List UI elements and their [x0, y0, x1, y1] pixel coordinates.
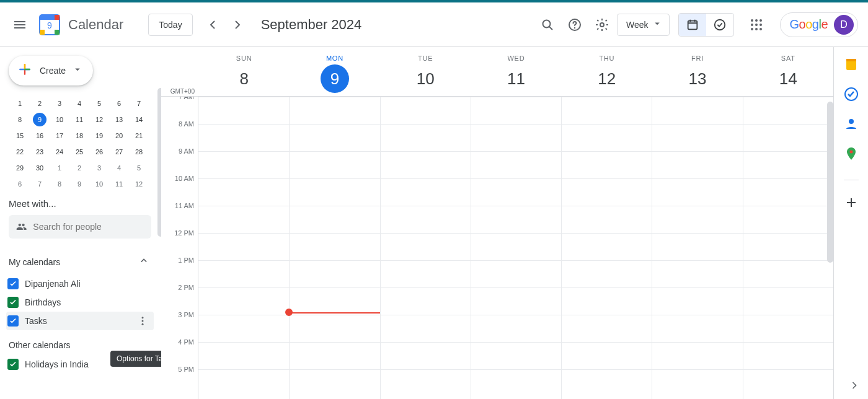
day-header[interactable]: MON9	[289, 47, 379, 96]
mini-day-cell[interactable]: 26	[89, 144, 109, 160]
mini-day-cell[interactable]: 13	[109, 112, 129, 128]
mini-calendar[interactable]: 1234567891011121314151617181920212223242…	[10, 95, 150, 192]
mini-day-cell[interactable]: 2	[69, 160, 89, 176]
mini-day-cell[interactable]: 22	[10, 144, 30, 160]
svg-point-20	[760, 28, 762, 30]
hour-label: 1 PM	[178, 256, 194, 264]
mini-day-cell[interactable]: 27	[109, 144, 129, 160]
week-header: GMT+00 SUN8MON9TUE10WED11THU12FRI13SAT14	[161, 47, 833, 97]
mini-day-cell[interactable]: 9	[69, 176, 89, 192]
day-header[interactable]: THU12	[561, 47, 652, 96]
account-chip[interactable]: Google D	[780, 12, 858, 37]
hour-gridline	[198, 315, 833, 315]
mini-day-cell[interactable]: 6	[10, 176, 30, 192]
mini-day-cell[interactable]: 7	[129, 95, 149, 112]
mini-day-cell[interactable]: 2	[30, 95, 50, 112]
app-title: Calendar	[68, 17, 123, 33]
hour-gridline	[198, 260, 833, 261]
mini-day-cell[interactable]: 5	[89, 95, 109, 112]
mini-day-cell[interactable]: 8	[50, 176, 69, 192]
my-calendars-toggle[interactable]: My calendars	[6, 250, 154, 274]
mini-day-cell[interactable]: 5	[129, 160, 149, 176]
mini-day-cell[interactable]: 8	[10, 112, 30, 128]
scrollbar-thumb[interactable]	[827, 102, 833, 263]
mini-day-cell[interactable]: 10	[89, 176, 109, 192]
mini-day-cell[interactable]: 12	[129, 176, 149, 192]
mini-day-cell[interactable]: 18	[69, 128, 89, 144]
mini-day-cell[interactable]: 3	[50, 95, 69, 112]
svg-point-17	[760, 24, 762, 26]
day-header[interactable]: SUN8	[198, 47, 289, 96]
hour-gridline	[198, 369, 833, 370]
collapse-side-panel-button[interactable]	[848, 379, 861, 394]
mini-day-cell[interactable]: 6	[109, 95, 129, 112]
calendar-list-item[interactable]: Birthdays	[6, 293, 154, 312]
mini-day-cell[interactable]: 30	[30, 160, 50, 176]
google-wordmark-icon: Google	[789, 17, 828, 32]
calendar-list-item[interactable]: Dipanjenah Ali	[6, 274, 154, 293]
day-header[interactable]: TUE10	[380, 47, 471, 96]
mini-day-cell[interactable]: 14	[129, 112, 149, 128]
day-columns[interactable]	[198, 97, 833, 399]
tasks-app-icon[interactable]	[844, 87, 859, 102]
settings-button[interactable]	[590, 12, 614, 37]
mini-day-cell[interactable]: 21	[129, 128, 149, 144]
mini-day-cell[interactable]: 11	[69, 112, 89, 128]
mini-day-cell[interactable]: 28	[129, 144, 149, 160]
mini-day-cell[interactable]: 20	[109, 128, 129, 144]
google-apps-button[interactable]	[744, 12, 769, 37]
create-button[interactable]: Create	[9, 56, 93, 86]
mini-day-cell[interactable]: 19	[89, 128, 109, 144]
calendar-options-button[interactable]	[135, 314, 150, 328]
day-of-week-label: SUN	[199, 55, 289, 62]
day-header[interactable]: FRI13	[652, 47, 742, 96]
mini-day-cell[interactable]: 17	[50, 128, 69, 144]
mini-day-cell[interactable]: 23	[30, 144, 50, 160]
mini-day-cell[interactable]: 1	[10, 95, 30, 112]
mini-day-cell[interactable]: 9	[33, 113, 46, 126]
time-grid[interactable]: 7 AM8 AM9 AM10 AM11 AM12 PM1 PM2 PM3 PM4…	[161, 97, 833, 399]
prev-period-button[interactable]	[200, 12, 225, 37]
day-separator	[652, 97, 652, 399]
app-logo[interactable]: 9 Calendar	[37, 12, 123, 37]
keep-app-icon[interactable]	[844, 57, 859, 72]
caret-down-icon	[72, 64, 83, 77]
get-addons-button[interactable]	[844, 195, 859, 210]
support-button[interactable]	[562, 12, 587, 37]
search-people-field[interactable]	[9, 215, 151, 239]
mini-day-cell[interactable]: 24	[50, 144, 69, 160]
search-people-input[interactable]	[33, 222, 144, 232]
mini-day-cell[interactable]: 7	[30, 176, 50, 192]
mini-day-cell[interactable]: 10	[50, 112, 69, 128]
calendar-visibility-checkbox[interactable]	[7, 315, 19, 327]
calendar-visibility-checkbox[interactable]	[7, 278, 19, 289]
mini-day-cell[interactable]: 12	[89, 112, 109, 128]
mini-day-cell[interactable]: 16	[30, 128, 50, 144]
maps-app-icon[interactable]	[844, 146, 859, 161]
view-switcher[interactable]: Week	[617, 14, 670, 36]
mini-day-cell[interactable]: 11	[109, 176, 129, 192]
day-header[interactable]: SAT14	[743, 47, 833, 96]
tasks-mode-button[interactable]	[706, 14, 733, 36]
mini-day-cell[interactable]: 3	[89, 160, 109, 176]
svg-point-18	[751, 28, 753, 30]
calendar-list-item[interactable]: Tasks	[6, 312, 154, 330]
mini-day-cell[interactable]: 29	[10, 160, 30, 176]
calendar-mode-button[interactable]	[679, 14, 706, 36]
next-period-button[interactable]	[225, 12, 250, 37]
day-header[interactable]: WED11	[471, 47, 561, 96]
create-label: Create	[40, 66, 66, 76]
calendar-visibility-checkbox[interactable]	[7, 297, 19, 308]
main-menu-button[interactable]	[5, 10, 35, 40]
svg-point-23	[142, 323, 144, 325]
mini-day-cell[interactable]: 1	[50, 160, 69, 176]
caret-down-icon	[652, 18, 663, 31]
mini-day-cell[interactable]: 4	[109, 160, 129, 176]
contacts-app-icon[interactable]	[844, 116, 859, 131]
mini-day-cell[interactable]: 4	[69, 95, 89, 112]
search-button[interactable]	[535, 12, 560, 37]
calendar-visibility-checkbox[interactable]	[7, 359, 19, 370]
today-button[interactable]: Today	[148, 14, 192, 36]
mini-day-cell[interactable]: 15	[10, 128, 30, 144]
mini-day-cell[interactable]: 25	[69, 144, 89, 160]
